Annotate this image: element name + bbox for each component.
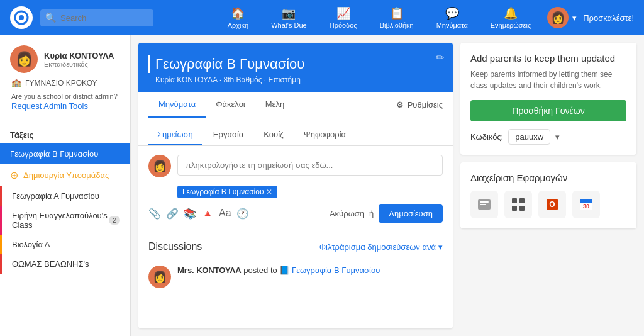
svg-rect-8 [519, 206, 525, 211]
schedule-icon[interactable]: 🕐 [236, 208, 249, 220]
class-icon: 📘 [279, 266, 292, 275]
chevron-down-icon: ▾ [438, 242, 443, 252]
nav-whatsdue-label: What's Due [271, 21, 307, 29]
settings-label: Ρυθμίσεις [408, 100, 443, 109]
discussions-header: Discussions Φιλτράρισμα δημοσιεύσεων ανά… [138, 232, 453, 259]
tab-members[interactable]: Μέλη [255, 92, 294, 118]
svg-rect-14 [580, 201, 592, 203]
svg-rect-6 [519, 198, 525, 203]
compose-input-area: Γεωγραφία Β Γυμνασίου ✕ [177, 155, 443, 198]
admin-link[interactable]: Request Admin Tools [11, 101, 88, 111]
nav-items: 🏠 Αρχική 📷 What's Due 📈 Πρόοδος 📋 Βιβλιο… [216, 3, 634, 33]
tag-remove-icon[interactable]: ✕ [266, 188, 272, 196]
home-icon: 🏠 [231, 6, 245, 20]
code-dropdown-icon[interactable]: ▾ [555, 132, 560, 142]
cancel-button[interactable]: Ακύρωση [330, 209, 364, 218]
bell-icon: 🔔 [504, 6, 518, 20]
right-panel: Add parents to keep them updated Keep pa… [460, 43, 636, 328]
filter-label: Φιλτράρισμα δημοσιεύσεων ανά [319, 242, 436, 252]
search-input[interactable] [40, 9, 153, 26]
messages-icon: 💬 [445, 6, 459, 20]
school-icon: 🏫 [11, 78, 21, 87]
drive-icon[interactable]: 🔺 [201, 208, 214, 220]
code-value: pauuxw [508, 129, 550, 145]
nav-library[interactable]: 📋 Βιβλιοθήκη [369, 3, 425, 33]
book-icon[interactable]: 📚 [184, 208, 196, 220]
parents-card-desc: Keep parents informed by letting them se… [470, 69, 626, 91]
tab-settings[interactable]: ⚙ Ρυθμίσεις [396, 100, 443, 109]
code-label: Κωδικός: [470, 132, 503, 142]
discussion-item: 👩 Mrs. ΚΟΝΤΟΥΛΑ posted to 📘 Γεωγραφία Β … [138, 259, 453, 294]
nav-progress-label: Πρόοδος [330, 21, 357, 29]
disc-class-link[interactable]: 📘 Γεωγραφία Β Γυμνασίου [279, 266, 380, 275]
apps-title: Διαχείριση Εφαρμογών [470, 172, 626, 183]
nav-home[interactable]: 🏠 Αρχική [216, 3, 260, 33]
sidebar-item-geography-a[interactable]: Γεωγραφία Α Γυμνασίου [0, 186, 130, 206]
sidebar-item-thomas[interactable]: ΘΩΜΑΣ ΒΕΛΩΝΗΣ's [0, 254, 130, 274]
tab-folders[interactable]: Φάκελοι [206, 92, 255, 118]
sidebar-item-list: ⊕ Δημιουργία Υποομάδας Γεωγραφία Α Γυμνα… [0, 164, 130, 274]
admin-notice: Are you a school or district admin? [10, 92, 120, 100]
camera-icon: 📷 [282, 6, 296, 20]
attach-icon[interactable]: 📎 [148, 208, 161, 220]
user-name: Κυρία ΚΟΝΤΟΥΛΑ [44, 51, 114, 60]
svg-text:O: O [549, 200, 555, 209]
content-area: Γεωγραφία Β Γυμνασίου Κυρία ΚΟΝΤΟΥΛΑ · 8… [131, 35, 644, 336]
nav-progress[interactable]: 📈 Πρόοδος [318, 3, 369, 33]
user-row: 👩 Κυρία ΚΟΝΤΟΥΛΑ Εκπαιδευτικός [10, 45, 120, 73]
apps-row: O 30 [470, 191, 626, 218]
app-grid[interactable] [504, 191, 532, 218]
search-wrapper: 🔍 [40, 9, 153, 26]
edit-icon[interactable]: ✏ [436, 52, 444, 64]
link-icon[interactable]: 🔗 [166, 208, 179, 220]
class-title: Γεωγραφία Β Γυμνασίου [148, 55, 443, 73]
sidebar-item-biology[interactable]: Βιολογία Α [0, 235, 130, 254]
app-drive[interactable] [470, 191, 498, 218]
class-label-thomas: ΘΩΜΑΣ ΒΕΛΩΝΗΣ's [12, 259, 89, 269]
post-tab-work[interactable]: Εργασία [204, 125, 253, 145]
app-office[interactable]: O [538, 191, 566, 218]
classes-title: Τάξεις [0, 121, 130, 143]
app-logo[interactable] [10, 6, 33, 29]
add-subgroup-button[interactable]: ⊕ Δημιουργία Υποομάδας [0, 164, 130, 186]
svg-rect-3 [480, 201, 489, 203]
sidebar-active-class[interactable]: Γεωγραφία Β Γυμνασίου [0, 143, 130, 164]
nav-notifications[interactable]: 🔔 Ενημερώσεις [479, 3, 542, 33]
compose-avatar: 👩 [148, 155, 171, 177]
class-label-eirini: Ειρήνη Ευαγγελοπούλου's Class [12, 211, 109, 230]
filter-link[interactable]: Φιλτράρισμα δημοσιεύσεων ανά ▾ [319, 242, 443, 252]
post-tab-quiz[interactable]: Κουίζ [255, 125, 292, 145]
compose-area: 👩 Γεωγραφία Β Γυμνασίου ✕ 📎 [138, 146, 453, 232]
discussions-title: Discussions [148, 241, 202, 252]
title-border [148, 55, 150, 73]
class-label-biology: Βιολογία Α [12, 240, 50, 249]
disc-author: Mrs. ΚΟΝΤΟΥΛΑ [177, 266, 242, 275]
nav-chevron-icon: ▾ [572, 13, 577, 23]
main-layout: 👩 Κυρία ΚΟΝΤΟΥΛΑ Εκπαιδευτικός 🏫 ΓΥΜΝΑΣΙ… [0, 35, 644, 336]
compose-row: 👩 Γεωγραφία Β Γυμνασίου ✕ [148, 155, 443, 198]
nav-messages-label: Μηνύματα [436, 21, 468, 29]
school-name: ΓΥΜΝΑΣΙΟ ΚΡΟΚΟΥ [25, 79, 97, 87]
text-icon[interactable]: Aa [219, 208, 231, 220]
invite-label[interactable]: Προσκαλέστε! [583, 13, 634, 23]
nav-messages[interactable]: 💬 Μηνύματα [425, 3, 479, 33]
nav-user[interactable]: 👩 ▾ [547, 7, 577, 28]
svg-text:30: 30 [583, 203, 589, 210]
post-tab-note[interactable]: Σημείωση [148, 125, 202, 145]
code-row: Κωδικός: pauuxw ▾ [470, 129, 626, 145]
or-label: ή [369, 209, 374, 218]
post-tab-vote[interactable]: Ψηφοφορία [295, 125, 355, 145]
user-avatar-nav[interactable]: 👩 [547, 7, 569, 28]
tab-messages[interactable]: Μηνύματα [148, 92, 206, 118]
sidebar-item-eirini[interactable]: Ειρήνη Ευαγγελοπούλου's Class 2 [0, 206, 130, 235]
app-calendar[interactable]: 30 [572, 191, 600, 218]
school-row: 🏫 ΓΥΜΝΑΣΙΟ ΚΡΟΚΟΥ [10, 78, 120, 87]
compose-tag[interactable]: Γεωγραφία Β Γυμνασίου ✕ [177, 186, 277, 198]
nav-whatsdue[interactable]: 📷 What's Due [260, 3, 318, 33]
nav-library-label: Βιβλιοθήκη [380, 21, 414, 29]
add-parents-button[interactable]: Προσθήκη Γονέων [470, 100, 626, 121]
publish-button[interactable]: Δημοσίευση [379, 204, 443, 223]
disc-action-text: posted to [243, 266, 277, 275]
compose-input[interactable] [177, 155, 443, 176]
compose-tag-text: Γεωγραφία Β Γυμνασίου [182, 188, 264, 196]
